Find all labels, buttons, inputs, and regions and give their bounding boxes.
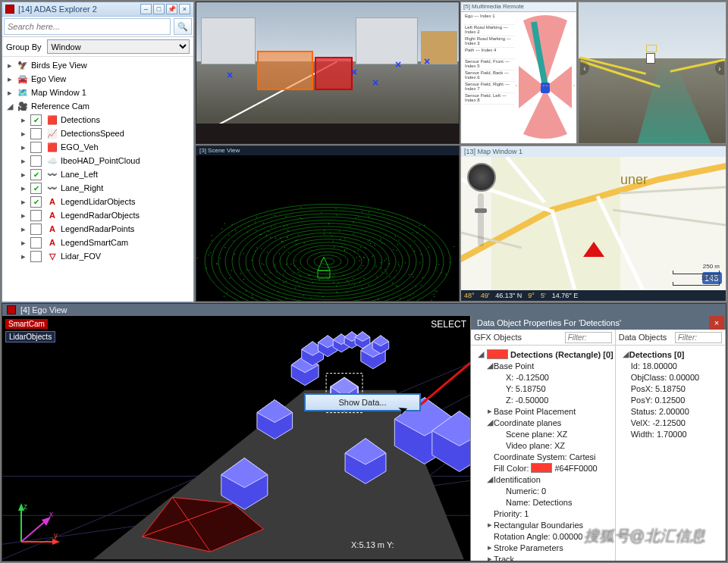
svg-rect-33	[212, 235, 212, 236]
checkbox[interactable]: ✔	[30, 169, 42, 180]
twisty-icon[interactable]: ▸	[5, 88, 14, 98]
property-row[interactable]: Y: 5.18750	[472, 383, 613, 394]
scene-view-lidar[interactable]: [3] Scene View	[196, 145, 460, 302]
twisty-icon[interactable]: ▸	[5, 61, 14, 70]
checkbox[interactable]: ✔	[30, 183, 42, 194]
svg-point-6	[293, 246, 362, 277]
tree-item[interactable]: ▸ALegendRadarObjects	[2, 208, 193, 222]
detection-box[interactable]	[315, 57, 353, 90]
twisty-icon[interactable]: ▸	[19, 142, 28, 152]
property-row[interactable]: ▸Track	[472, 553, 613, 561]
property-row[interactable]: Rotation Angle: 0.00000	[472, 530, 613, 542]
ego-view-panel[interactable]: [4] Ego View	[2, 303, 726, 561]
twisty-icon[interactable]: ▸	[19, 115, 28, 125]
groupby-select[interactable]: Window	[47, 39, 190, 54]
checkbox[interactable]	[30, 128, 42, 139]
tree-item[interactable]: ▸ALegendSmartCam	[2, 236, 193, 249]
svg-rect-55	[347, 280, 347, 281]
checkbox[interactable]	[30, 142, 42, 153]
property-row[interactable]: ▸Stroke Parameters	[472, 542, 613, 553]
far-camera-view[interactable]: ‹ ›	[578, 2, 726, 144]
data-filter-input[interactable]	[675, 332, 722, 343]
window-minimize-button[interactable]: –	[140, 4, 152, 14]
axes-gizmo[interactable]: z y x	[10, 500, 63, 553]
svg-rect-205	[260, 234, 261, 235]
tree-item[interactable]: ▸🗺️Map Window 1	[2, 86, 193, 99]
twisty-icon[interactable]: ▸	[19, 211, 28, 221]
twisty-icon[interactable]: ▸	[19, 129, 28, 139]
ego-titlebar[interactable]: [4] Ego View	[2, 304, 726, 316]
tree-item[interactable]: ▸📈DetectionsSpeed	[2, 127, 193, 140]
properties-close-button[interactable]: ×	[709, 316, 724, 330]
checkbox[interactable]	[30, 251, 42, 262]
property-row[interactable]: Priority: 1	[472, 508, 613, 519]
window-close-button[interactable]: ×	[179, 4, 190, 14]
adas-explorer-panel[interactable]: [14] ADAS Explorer 2 – □ 📌 × 🔍 Group By …	[2, 2, 194, 302]
tree-item[interactable]: ◢🎥Reference Cam	[2, 99, 193, 113]
twisty-icon[interactable]: ▸	[5, 74, 14, 84]
twisty-icon[interactable]: ▸	[19, 238, 28, 248]
window-pin-button[interactable]: 📌	[166, 4, 177, 14]
checkbox[interactable]	[30, 237, 42, 249]
property-row[interactable]: Coordinate System: Cartesi	[472, 451, 613, 462]
zoom-slider[interactable]	[478, 193, 484, 246]
gfx-filter-input[interactable]	[565, 332, 612, 343]
svg-rect-194	[361, 268, 362, 269]
property-row[interactable]: Z: -0.50000	[472, 394, 613, 405]
property-row[interactable]: Scene plane: XZ	[472, 428, 613, 439]
next-frame-button[interactable]: ›	[715, 61, 724, 75]
tree-item[interactable]: ▸ALegendRadarPoints	[2, 222, 193, 236]
data-object-properties-panel[interactable]: Data Object Properties For 'Detections' …	[470, 316, 726, 561]
twisty-icon[interactable]: ▸	[19, 183, 28, 193]
twisty-icon[interactable]: ◢	[5, 102, 14, 111]
property-row[interactable]: ◢Coordinate planes	[472, 417, 613, 428]
twisty-icon[interactable]: ▸	[19, 197, 28, 207]
svg-rect-186	[221, 228, 222, 229]
checkbox[interactable]: ✔	[30, 196, 42, 208]
tree-item[interactable]: ▸✔〰️Lane_Right	[2, 181, 193, 195]
tree-item[interactable]: ▸🦅Birds Eye View	[2, 58, 193, 72]
tree-item[interactable]: ▸🚘Ego View	[2, 72, 193, 86]
detection-box[interactable]	[257, 51, 313, 90]
property-row[interactable]: Video plane: XZ	[472, 439, 613, 451]
tree-item[interactable]: ▸✔ALegendLidarObjects	[2, 195, 193, 208]
gfx-tree[interactable]: ◢Detections (Rectangle) [0]◢Base PointX:…	[471, 346, 615, 561]
svg-rect-278	[384, 243, 384, 244]
svg-rect-147	[353, 278, 353, 279]
property-row[interactable]: ▸Rectangular Boundaries	[472, 519, 613, 530]
tree-item[interactable]: ▸🟥EGO_Veh	[2, 140, 193, 154]
property-row[interactable]: ◢Base Point	[472, 360, 613, 371]
tree-item[interactable]: ▸☁️IbeoHAD_PointCloud	[2, 154, 193, 167]
twisty-icon[interactable]: ▸	[19, 156, 28, 166]
property-row[interactable]: ◢Identification	[472, 474, 613, 485]
svg-rect-37	[256, 247, 257, 248]
property-row[interactable]: Fill Color:#64FF0000	[472, 462, 613, 474]
twisty-icon[interactable]: ▸	[19, 252, 28, 261]
checkbox[interactable]	[30, 224, 42, 235]
property-row[interactable]: ▸Base Point Placement	[472, 405, 613, 417]
map-window-view[interactable]: [13] Map Window 1 uner 143	[460, 145, 726, 302]
svg-rect-222	[256, 230, 256, 230]
multimedia-remote-view[interactable]: [5] Multimedia Remote Ego — Index 1Left …	[460, 2, 577, 144]
window-restore-button[interactable]: □	[153, 4, 165, 14]
search-input[interactable]	[4, 18, 171, 35]
property-row[interactable]: X: -0.12500	[472, 371, 613, 383]
property-row[interactable]: Numeric: 0	[472, 485, 613, 496]
checkbox[interactable]: ✔	[30, 114, 42, 126]
tree-item[interactable]: ▸✔〰️Lane_Left	[2, 167, 193, 181]
data-tree[interactable]: ◢Detections [0]Id: 18.00000ObjClass: 0.0…	[616, 346, 725, 561]
property-row[interactable]: Name: Detections	[472, 496, 613, 508]
tree-item[interactable]: ▸▽Lidar_FOV	[2, 249, 193, 263]
svg-rect-185	[360, 247, 361, 248]
twisty-icon[interactable]: ▸	[19, 224, 28, 234]
reference-cam-view[interactable]: × × × × ×	[196, 2, 460, 144]
explorer-titlebar[interactable]: [14] ADAS Explorer 2 – □ 📌 ×	[2, 2, 193, 17]
svg-rect-212	[268, 231, 269, 232]
compass-control[interactable]	[467, 163, 496, 192]
checkbox[interactable]	[30, 155, 42, 167]
checkbox[interactable]	[30, 210, 42, 221]
search-button[interactable]: 🔍	[174, 18, 192, 35]
explorer-tree[interactable]: ▸🦅Birds Eye View▸🚘Ego View▸🗺️Map Window …	[2, 57, 193, 302]
tree-item[interactable]: ▸✔🟥Detections	[2, 113, 193, 127]
twisty-icon[interactable]: ▸	[19, 170, 28, 180]
